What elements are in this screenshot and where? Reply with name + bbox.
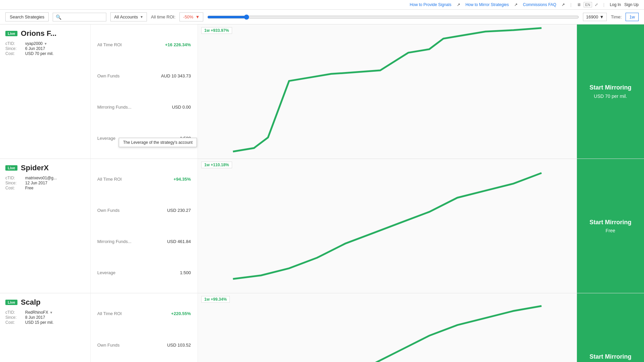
ctid-label: cTID:: [5, 310, 24, 315]
all-time-roi-label: All Time ROI: [97, 177, 122, 182]
mirroring-row: Mirroring Funds... USD 461.84: [97, 239, 191, 244]
search-input[interactable]: [61, 14, 103, 19]
live-badge: Live: [5, 300, 17, 305]
strategies-wrapper: Live Orions F... cTID: vyap2000 ▼ Since:…: [0, 24, 644, 362]
nav-divider-2: |: [603, 2, 604, 7]
auth-links: Log In Sign Up: [610, 2, 639, 7]
own-funds-row: Own Funds USD 230.27: [97, 208, 191, 213]
leverage-row: Leverage 1:500: [97, 136, 191, 141]
since-label: Since:: [5, 181, 24, 185]
nav-icon-external-3: ↗: [561, 2, 565, 7]
strategy-name: Scalp: [21, 298, 41, 307]
mirroring-label: Mirroring Funds...: [97, 105, 131, 110]
card-left: Live SpiderX cTID: matrixevo01@g... Sinc…: [0, 159, 91, 293]
card-chart: 1w +933.97%: [198, 24, 577, 159]
since-value: 6 Jun 2017: [25, 46, 85, 51]
roi-label: All time ROI:: [151, 14, 175, 19]
since-value: 8 Jun 2017: [25, 315, 85, 320]
ctid-value: RedRhinoFX ▼: [25, 310, 85, 315]
range-value: 16900 ▼: [583, 13, 607, 21]
start-mirroring-button[interactable]: Start Mirroring USD 70 per mil.: [577, 24, 644, 159]
roi-dropdown-arrow: ▼: [195, 14, 200, 19]
since-value: 12 Jun 2017: [25, 181, 85, 185]
time-label: Time:: [611, 14, 622, 19]
cost-label: Cost:: [5, 320, 24, 325]
signup-link[interactable]: Sign Up: [624, 2, 639, 7]
ctid-value: vyap2000 ▼: [25, 41, 85, 46]
strategy-name: Orions F...: [21, 29, 56, 38]
cost-value: Free: [25, 186, 85, 190]
accounts-label: All Accounts: [114, 14, 138, 19]
card-meta: cTID: RedRhinoFX ▼ Since: 8 Jun 2017 Cos…: [5, 310, 85, 325]
own-funds-row: Own Funds AUD 10 343.73: [97, 73, 191, 78]
card-meta: cTID: vyap2000 ▼ Since: 6 Jun 2017 Cost:…: [5, 41, 85, 56]
time-button[interactable]: 1w: [626, 13, 639, 21]
chart-badge: 1w +110.18%: [201, 162, 232, 168]
leverage-label: Leverage: [97, 136, 115, 141]
search-icon: 🔍: [56, 14, 61, 20]
accounts-dropdown-arrow: ▼: [140, 15, 143, 19]
range-dropdown-arrow: ▼: [599, 14, 604, 19]
own-funds-value: USD 230.27: [167, 208, 191, 213]
login-link[interactable]: Log In: [610, 2, 621, 7]
strategy-card: Live SpiderX cTID: matrixevo01@g... Sinc…: [0, 159, 644, 293]
live-badge: Live: [5, 165, 17, 171]
top-nav-icons: 🖥 EN ⤢: [577, 2, 598, 7]
mirror-button-title: Start Mirroring: [589, 84, 631, 92]
card-chart: 1w +99.34%: [198, 293, 577, 362]
start-mirroring-button[interactable]: Start Mirroring Free: [577, 159, 644, 293]
nav-divider: |: [570, 2, 571, 7]
mirror-button-cost: USD 70 per mil.: [594, 94, 627, 99]
monitor-icon: 🖥: [577, 2, 581, 7]
nav-icon-external-1: ↗: [457, 2, 460, 7]
card-meta: cTID: matrixevo01@g... Since: 12 Jun 201…: [5, 176, 85, 190]
roi-dropdown[interactable]: -50% ▼: [179, 12, 203, 21]
all-time-roi-value: +220.55%: [171, 311, 191, 316]
mirror-strategies-link[interactable]: How to Mirror Strategies: [466, 2, 509, 7]
card-mid: All Time ROI +16 226.34% Own Funds AUD 1…: [91, 24, 198, 159]
filter-bar: Search Strategies 🔍 All Accounts ▼ All t…: [0, 10, 644, 24]
card-left: Live Orions F... cTID: vyap2000 ▼ Since:…: [0, 24, 91, 159]
cost-label: Cost:: [5, 186, 24, 190]
strategy-card: Live Scalp cTID: RedRhinoFX ▼ Since: 8 J…: [0, 293, 644, 362]
card-mid: All Time ROI +220.55% Own Funds USD 103.…: [91, 293, 198, 362]
mirror-button-title: Start Mirroring: [589, 353, 631, 361]
mirroring-value: USD 461.84: [167, 239, 191, 244]
search-strategies-button[interactable]: Search Strategies: [5, 12, 49, 21]
own-funds-value: AUD 10 343.73: [161, 73, 191, 78]
card-title-row: Live Scalp: [5, 298, 85, 307]
roi-row: All Time ROI +220.55%: [97, 311, 191, 316]
slider-wrap: [207, 14, 579, 20]
ctid-label: cTID:: [5, 176, 24, 180]
range-value-text: 16900: [586, 14, 598, 19]
all-time-roi-label: All Time ROI: [97, 42, 122, 47]
own-funds-row: Own Funds USD 103.52: [97, 343, 191, 348]
cost-label: Cost:: [5, 51, 24, 56]
commissions-faq-link[interactable]: Commissions FAQ: [523, 2, 556, 7]
mirror-button-cost: Free: [606, 228, 615, 233]
strategy-name: SpiderX: [21, 164, 49, 172]
accounts-dropdown[interactable]: All Accounts ▼: [110, 12, 147, 21]
cost-value: USD 15 per mil.: [25, 320, 85, 325]
nav-icon-external-2: ↗: [514, 2, 518, 7]
leverage-value: 1:500: [180, 136, 191, 141]
provide-signals-link[interactable]: How to Provide Signals: [410, 2, 451, 7]
all-time-roi-value: +94.35%: [173, 177, 191, 182]
own-funds-value: USD 103.52: [167, 343, 191, 348]
roi-value: -50%: [183, 14, 193, 19]
leverage-row: Leverage 1:500: [97, 270, 191, 275]
own-funds-label: Own Funds: [97, 208, 119, 213]
start-mirroring-button[interactable]: Start Mirroring USD 15 per mil.: [577, 293, 644, 362]
cost-value: USD 70 per mil.: [25, 51, 85, 56]
resize-icon: ⤢: [595, 2, 598, 7]
since-label: Since:: [5, 46, 24, 51]
strategies-list: Live Orions F... cTID: vyap2000 ▼ Since:…: [0, 24, 644, 362]
mirror-button-title: Start Mirroring: [589, 219, 631, 226]
all-time-roi-value: +16 226.34%: [165, 42, 191, 47]
all-time-roi-label: All Time ROI: [97, 311, 122, 316]
own-funds-label: Own Funds: [97, 73, 119, 78]
roi-slider[interactable]: [207, 14, 579, 20]
mirroring-row: Mirroring Funds... USD 0.00: [97, 105, 191, 110]
strategy-card: Live Orions F... cTID: vyap2000 ▼ Since:…: [0, 24, 644, 159]
card-chart: 1w +110.18%: [198, 159, 577, 293]
